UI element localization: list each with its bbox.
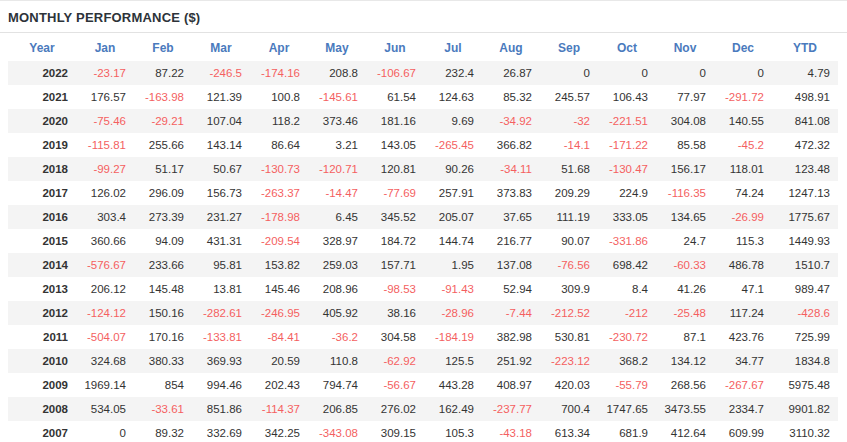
value-cell: 208.8 (308, 61, 366, 85)
value-cell: 423.76 (714, 325, 772, 349)
table-row: 2007089.32332.69342.25-343.08309.15105.3… (8, 421, 838, 442)
value-cell: 94.09 (134, 229, 192, 253)
value-cell: 100.8 (250, 85, 308, 109)
value-cell: 373.83 (482, 181, 540, 205)
value-cell: 145.46 (250, 277, 308, 301)
value-cell: 13.81 (192, 277, 250, 301)
value-cell: -291.72 (714, 85, 772, 109)
value-cell: 333.05 (598, 205, 656, 229)
value-cell: -267.67 (714, 373, 772, 397)
value-cell: -178.98 (250, 205, 308, 229)
value-cell: -115.81 (76, 133, 134, 157)
column-header-apr: Apr (250, 35, 308, 61)
year-cell: 2022 (8, 61, 76, 85)
value-cell: 134.65 (656, 205, 714, 229)
value-cell: -75.46 (76, 109, 134, 133)
value-cell: 111.19 (540, 205, 598, 229)
value-cell: -114.37 (250, 397, 308, 421)
column-header-jun: Jun (366, 35, 424, 61)
value-cell: 9901.82 (772, 397, 838, 421)
value-cell: -246.5 (192, 61, 250, 85)
value-cell: 4.79 (772, 61, 838, 85)
value-cell: 181.16 (366, 109, 424, 133)
value-cell: -130.47 (598, 157, 656, 181)
value-cell: -331.86 (598, 229, 656, 253)
value-cell: -99.27 (76, 157, 134, 181)
value-cell: 209.29 (540, 181, 598, 205)
year-cell: 2016 (8, 205, 76, 229)
table-row: 2015360.6694.09431.31-209.54328.97184.72… (8, 229, 838, 253)
value-cell: 369.93 (192, 349, 250, 373)
value-cell: -7.44 (482, 301, 540, 325)
value-cell: 74.24 (714, 181, 772, 205)
value-cell: 276.02 (366, 397, 424, 421)
value-cell: -145.61 (308, 85, 366, 109)
value-cell: 420.03 (540, 373, 598, 397)
value-cell: -223.12 (540, 349, 598, 373)
value-cell: -174.16 (250, 61, 308, 85)
table-row: 2022-23.1787.22-246.5-174.16208.8-106.67… (8, 61, 838, 85)
value-cell: 124.63 (424, 85, 482, 109)
value-cell: -212.52 (540, 301, 598, 325)
table-row: 2017126.02296.09156.73-263.37-14.47-77.6… (8, 181, 838, 205)
value-cell: 2334.7 (714, 397, 772, 421)
value-cell: -282.61 (192, 301, 250, 325)
value-cell: 259.03 (308, 253, 366, 277)
value-cell: 304.08 (656, 109, 714, 133)
value-cell: -23.17 (76, 61, 134, 85)
column-header-year: Year (8, 35, 76, 61)
year-cell: 2014 (8, 253, 76, 277)
column-header-jan: Jan (76, 35, 134, 61)
header-row: YearJanFebMarAprMayJunJulAugSepOctNovDec… (8, 35, 838, 61)
monthly-performance-panel: MONTHLY PERFORMANCE ($) YearJanFebMarApr… (0, 0, 847, 442)
value-cell: -184.19 (424, 325, 482, 349)
monthly-performance-table: YearJanFebMarAprMayJunJulAugSepOctNovDec… (8, 35, 838, 442)
value-cell: 134.12 (656, 349, 714, 373)
value-cell: -106.67 (366, 61, 424, 85)
value-cell: 26.87 (482, 61, 540, 85)
value-cell: 408.97 (482, 373, 540, 397)
value-cell: 405.92 (308, 301, 366, 325)
value-cell: 257.91 (424, 181, 482, 205)
value-cell: 268.56 (656, 373, 714, 397)
value-cell: 0 (598, 61, 656, 85)
table-body: 2022-23.1787.22-246.5-174.16208.8-106.67… (8, 61, 838, 442)
value-cell: 153.82 (250, 253, 308, 277)
value-cell: -124.12 (76, 301, 134, 325)
value-cell: 156.73 (192, 181, 250, 205)
value-cell: 208.96 (308, 277, 366, 301)
value-cell: 700.4 (540, 397, 598, 421)
value-cell: -34.92 (482, 109, 540, 133)
value-cell: 143.05 (366, 133, 424, 157)
value-cell: -14.1 (540, 133, 598, 157)
value-cell: 86.64 (250, 133, 308, 157)
value-cell: 85.32 (482, 85, 540, 109)
value-cell: 5975.48 (772, 373, 838, 397)
value-cell: -32 (540, 109, 598, 133)
value-cell: 1.95 (424, 253, 482, 277)
table-row: 2021176.57-163.98121.39100.8-145.6161.54… (8, 85, 838, 109)
value-cell: 0 (540, 61, 598, 85)
value-cell: 472.32 (772, 133, 838, 157)
value-cell: 50.67 (192, 157, 250, 181)
value-cell: 90.07 (540, 229, 598, 253)
value-cell: -33.61 (134, 397, 192, 421)
value-cell: 613.34 (540, 421, 598, 442)
value-cell: -171.22 (598, 133, 656, 157)
value-cell: -26.99 (714, 205, 772, 229)
value-cell: -60.33 (656, 253, 714, 277)
value-cell: 0 (714, 61, 772, 85)
value-cell: 150.16 (134, 301, 192, 325)
value-cell: 41.26 (656, 277, 714, 301)
column-header-aug: Aug (482, 35, 540, 61)
value-cell: 851.86 (192, 397, 250, 421)
value-cell: 170.16 (134, 325, 192, 349)
value-cell: 8.4 (598, 277, 656, 301)
value-cell: 95.81 (192, 253, 250, 277)
value-cell: 110.8 (308, 349, 366, 373)
year-cell: 2007 (8, 421, 76, 442)
value-cell: -34.11 (482, 157, 540, 181)
value-cell: 794.74 (308, 373, 366, 397)
column-header-nov: Nov (656, 35, 714, 61)
value-cell: -91.43 (424, 277, 482, 301)
